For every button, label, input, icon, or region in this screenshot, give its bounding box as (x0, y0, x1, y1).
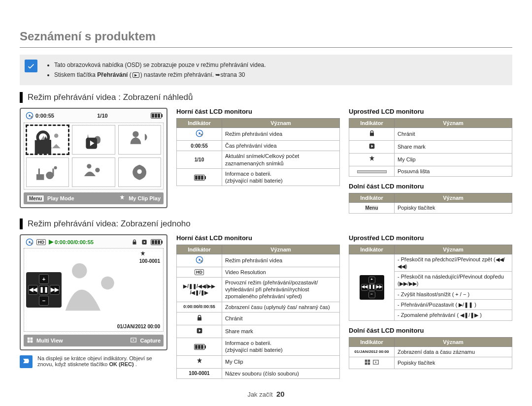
tip-callout: Tato obrazovková nabídka (OSD) se zobraz… (20, 55, 512, 85)
sec1-bot-title: Dolní část LCD monitoru (349, 183, 512, 190)
svg-marker-18 (199, 132, 200, 134)
share-icon (196, 327, 203, 335)
video-mode-icon (196, 259, 203, 265)
multi-view-label: Multi View (36, 338, 63, 344)
sec1-mid-title: Uprostřed LCD monitoru (349, 108, 512, 115)
myclip-star-icon (119, 194, 126, 202)
protect-icon (196, 314, 203, 322)
svg-rect-34 (31, 340, 33, 343)
svg-point-25 (31, 242, 33, 244)
note-icon (20, 355, 33, 368)
vol-up-button[interactable]: + (39, 274, 49, 284)
pause-button[interactable]: ❚❚ (39, 285, 49, 295)
transport-icons: ▶/❚❚/◀◀/▶▶ (183, 284, 215, 289)
svg-point-30 (72, 263, 87, 278)
sec2-mid-table: IndikátorVýznam + ◀◀❚❚▶▶ − - Přeskočit n… (349, 245, 512, 321)
svg-marker-1 (29, 114, 31, 117)
hd-icon: HD (36, 239, 46, 245)
prev-button[interactable]: ◀◀ (28, 285, 38, 295)
svg-marker-48 (375, 361, 377, 363)
section-2: HD 0:00:00/0:00:55 100-0001 01/JAN/2012 … (20, 234, 512, 379)
next-button[interactable]: ▶▶ (50, 285, 60, 295)
share-icon (368, 142, 376, 150)
my-clip-play-label: My Clip Play (129, 195, 161, 201)
multiview-icon (364, 361, 371, 367)
svg-rect-44 (368, 360, 370, 362)
multiview-icon (27, 337, 33, 344)
svg-marker-36 (133, 339, 134, 341)
svg-marker-24 (29, 241, 31, 243)
myclip-icon (196, 357, 203, 365)
video-mode-icon (26, 112, 33, 120)
protect-icon (131, 239, 138, 246)
video-mode-icon (26, 238, 33, 246)
thumb-4[interactable] (26, 157, 69, 187)
svg-point-39 (200, 260, 202, 262)
thumb-1[interactable] (26, 125, 69, 155)
page-title: Seznámení s produktem (20, 30, 512, 43)
svg-marker-38 (199, 258, 200, 261)
thumb-2[interactable] (72, 125, 115, 155)
playback-controls-icon: + ◀◀❚❚▶▶ − (360, 275, 384, 300)
menu-chip[interactable]: Menu (27, 195, 44, 202)
battery-icon (194, 175, 205, 181)
sec2-top-title: Horní část LCD monitoru (176, 234, 340, 242)
svg-point-16 (137, 169, 142, 174)
svg-point-9 (133, 131, 138, 137)
menu-chip-icon: Menu (365, 205, 378, 211)
protect-icon (368, 129, 376, 137)
file-number: 100-0001 (139, 258, 160, 264)
tip-line-1: Tato obrazovková nabídka (OSD) se zobraz… (54, 61, 506, 69)
svg-point-14 (54, 166, 57, 169)
myclip-icon (139, 250, 146, 257)
sec1-top-title: Horní část LCD monitoru (176, 108, 340, 115)
lcd-single-view: HD 0:00:00/0:00:55 100-0001 01/JAN/2012 … (20, 234, 167, 350)
share-icon (141, 239, 148, 246)
display-note: Na displeji se krátce objeví indikátory.… (20, 355, 167, 368)
battery-icon (151, 239, 162, 245)
sec2-mid-title: Uprostřed LCD monitoru (349, 234, 512, 242)
thumb-5[interactable] (72, 157, 115, 187)
sec2-top-table: IndikátorVýznam Režim přehrávání videa H… (176, 245, 340, 379)
playback-controls[interactable]: + ◀◀ ❚❚ ▶▶ − (26, 272, 62, 308)
elapsed-time: 0:00:00/0:00:55 (55, 239, 94, 245)
lcd-counter: 1/10 (97, 113, 107, 119)
svg-point-15 (87, 164, 91, 168)
svg-rect-33 (28, 340, 30, 343)
myclip-icon (37, 135, 58, 153)
svg-point-12 (46, 171, 53, 179)
page-footer: Jak začít 20 (0, 390, 532, 398)
svg-rect-21 (370, 133, 374, 136)
capture-icon (130, 337, 137, 344)
thumb-3[interactable] (118, 125, 161, 155)
sec2-bot-table: IndikátorVýznam 01/JAN/2012 00:00Zobraze… (349, 337, 512, 369)
svg-point-2 (31, 116, 33, 118)
svg-rect-13 (52, 168, 54, 176)
battery-icon (151, 113, 162, 119)
svg-rect-41 (198, 317, 201, 321)
svg-point-19 (200, 134, 202, 136)
capture-label: Capture (140, 338, 161, 344)
check-icon (25, 60, 37, 72)
hd-icon: HD (195, 269, 204, 275)
section-1: 0:00:55 1/10 (20, 108, 512, 214)
svg-rect-46 (368, 363, 370, 365)
sec1-top-table: IndikátorVýznam Režim přehrávání videa 0… (176, 118, 340, 186)
svg-rect-28 (133, 241, 136, 244)
lcd-time: 0:00:55 (35, 113, 54, 119)
sec1-mid-table: IndikátorVýznam Chránit Share mark My Cl… (349, 118, 512, 177)
sec2-bot-title: Dolní část LCD monitoru (349, 327, 512, 334)
svg-rect-10 (36, 174, 43, 180)
playback-button-icon: ▶ (133, 72, 139, 78)
share-icon (83, 135, 104, 153)
svg-rect-45 (365, 363, 367, 365)
thumb-6[interactable] (118, 157, 161, 187)
section-1-header: Režim přehrávání videa : Zobrazení náhle… (20, 92, 512, 103)
title-rule (20, 47, 512, 48)
section-2-header: Režim přehrávání videa: Zobrazení jednoh… (20, 219, 512, 229)
tip-line-2: Stiskem tlačítka Přehrávání (▶) nastavte… (54, 70, 506, 79)
svg-rect-11 (38, 168, 39, 174)
vol-down-button[interactable]: − (39, 296, 49, 306)
svg-rect-43 (365, 360, 367, 362)
svg-rect-31 (28, 337, 30, 340)
